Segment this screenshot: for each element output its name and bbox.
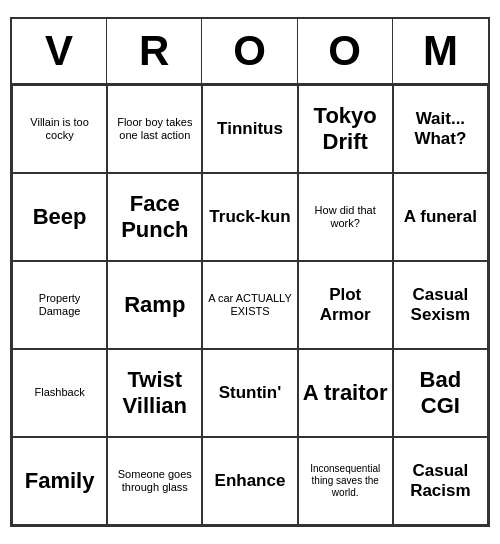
bingo-cell-text-5: Beep: [33, 204, 87, 230]
bingo-cell-15[interactable]: Flashback: [12, 349, 107, 437]
bingo-cell-13[interactable]: Plot Armor: [298, 261, 393, 349]
bingo-cell-8[interactable]: How did that work?: [298, 173, 393, 261]
bingo-cell-text-16: Twist Villian: [112, 367, 197, 420]
bingo-cell-10[interactable]: Property Damage: [12, 261, 107, 349]
bingo-cell-text-2: Tinnitus: [217, 119, 283, 139]
bingo-cell-text-20: Family: [25, 468, 95, 494]
bingo-cell-16[interactable]: Twist Villian: [107, 349, 202, 437]
bingo-cell-text-13: Plot Armor: [303, 285, 388, 326]
bingo-cell-18[interactable]: A traitor: [298, 349, 393, 437]
bingo-cell-2[interactable]: Tinnitus: [202, 85, 297, 173]
header-letter-M: M: [393, 19, 488, 83]
bingo-cell-text-6: Face Punch: [112, 191, 197, 244]
bingo-cell-text-4: Wait... What?: [398, 109, 483, 150]
bingo-cell-23[interactable]: Inconsequential thing saves the world.: [298, 437, 393, 525]
bingo-cell-text-21: Someone goes through glass: [112, 468, 197, 494]
bingo-cell-6[interactable]: Face Punch: [107, 173, 202, 261]
bingo-cell-21[interactable]: Someone goes through glass: [107, 437, 202, 525]
bingo-cell-text-3: Tokyo Drift: [303, 103, 388, 156]
header-letter-O: O: [202, 19, 297, 83]
bingo-cell-5[interactable]: Beep: [12, 173, 107, 261]
bingo-header: VROOM: [12, 19, 488, 85]
bingo-cell-text-22: Enhance: [215, 471, 286, 491]
bingo-card: VROOM Villain is too cockyFloor boy take…: [10, 17, 490, 527]
bingo-cell-22[interactable]: Enhance: [202, 437, 297, 525]
bingo-cell-0[interactable]: Villain is too cocky: [12, 85, 107, 173]
bingo-cell-text-18: A traitor: [303, 380, 388, 406]
bingo-cell-9[interactable]: A funeral: [393, 173, 488, 261]
bingo-cell-text-1: Floor boy takes one last action: [112, 116, 197, 142]
bingo-cell-12[interactable]: A car ACTUALLY EXISTS: [202, 261, 297, 349]
bingo-cell-20[interactable]: Family: [12, 437, 107, 525]
bingo-cell-text-23: Inconsequential thing saves the world.: [303, 463, 388, 499]
bingo-cell-text-11: Ramp: [124, 292, 185, 318]
bingo-cell-text-8: How did that work?: [303, 204, 388, 230]
bingo-cell-text-0: Villain is too cocky: [17, 116, 102, 142]
bingo-cell-text-10: Property Damage: [17, 292, 102, 318]
bingo-cell-14[interactable]: Casual Sexism: [393, 261, 488, 349]
bingo-cell-text-19: Bad CGI: [398, 367, 483, 420]
bingo-cell-text-14: Casual Sexism: [398, 285, 483, 326]
header-letter-V: V: [12, 19, 107, 83]
bingo-cell-11[interactable]: Ramp: [107, 261, 202, 349]
bingo-cell-text-24: Casual Racism: [398, 461, 483, 502]
header-letter-O: O: [298, 19, 393, 83]
bingo-cell-text-9: A funeral: [404, 207, 477, 227]
bingo-cell-3[interactable]: Tokyo Drift: [298, 85, 393, 173]
bingo-cell-4[interactable]: Wait... What?: [393, 85, 488, 173]
bingo-cell-text-12: A car ACTUALLY EXISTS: [207, 292, 292, 318]
bingo-cell-text-15: Flashback: [35, 386, 85, 399]
bingo-grid: Villain is too cockyFloor boy takes one …: [12, 85, 488, 525]
bingo-cell-24[interactable]: Casual Racism: [393, 437, 488, 525]
bingo-cell-19[interactable]: Bad CGI: [393, 349, 488, 437]
bingo-cell-text-7: Truck-kun: [209, 207, 290, 227]
header-letter-R: R: [107, 19, 202, 83]
bingo-cell-text-17: Stuntin': [219, 383, 282, 403]
bingo-cell-17[interactable]: Stuntin': [202, 349, 297, 437]
bingo-cell-1[interactable]: Floor boy takes one last action: [107, 85, 202, 173]
bingo-cell-7[interactable]: Truck-kun: [202, 173, 297, 261]
